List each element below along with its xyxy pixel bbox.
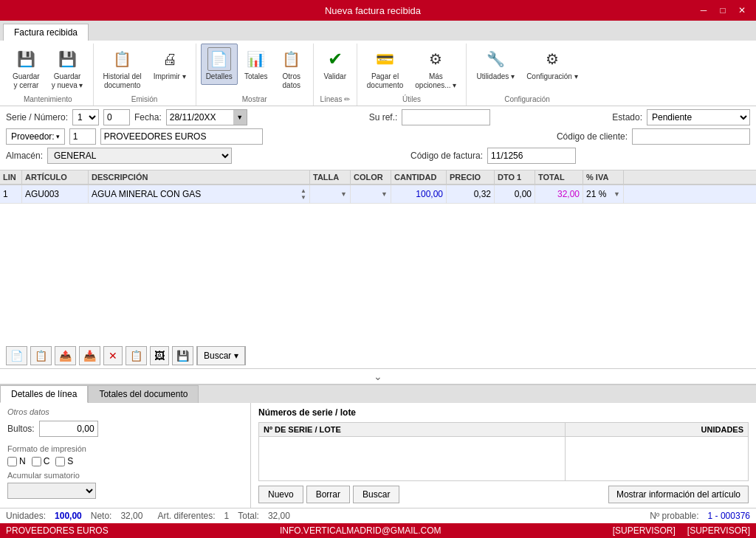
check-c-label: C: [32, 456, 50, 466]
cut-button[interactable]: 📥: [79, 346, 100, 365]
tab-detalles-linea[interactable]: Detalles de línea: [0, 385, 88, 403]
cell-lin: 1: [0, 185, 22, 203]
cell-talla: ▼: [310, 185, 351, 203]
pagar-icon: 💳: [374, 47, 397, 71]
config-icon: ⚙: [540, 47, 564, 71]
lineas-buttons: ✔ Validar: [318, 44, 352, 94]
iva-dropdown[interactable]: ▼: [614, 190, 620, 198]
fecha-input[interactable]: [167, 110, 233, 125]
acumular-select[interactable]: [7, 483, 96, 499]
form-row-1: Serie / Número: 1 Fecha: ▼ Su ref.: Esta…: [6, 109, 750, 125]
table-row[interactable]: 1 AGU003 AGUA MINERAL CON GAS ▲ ▼ ▼ ▼ 10…: [0, 185, 756, 204]
imprimir-label: Imprimir ▾: [154, 72, 186, 81]
codigo-cliente-input[interactable]: [632, 128, 750, 145]
minimize-button[interactable]: ─: [695, 4, 712, 17]
tab-factura-recibida[interactable]: Factura recibida: [3, 24, 89, 41]
paste-button[interactable]: 📤: [55, 346, 76, 365]
fecha-label: Fecha:: [134, 112, 162, 123]
almacen-select[interactable]: GENERAL: [47, 148, 232, 164]
buscar-series-button[interactable]: Buscar: [353, 486, 399, 503]
proveedor-dropdown-arrow: ▾: [56, 133, 60, 140]
estado-select[interactable]: Pendiente: [647, 109, 750, 125]
neto-label: Neto:: [91, 511, 112, 521]
copy-button[interactable]: 📋: [30, 346, 52, 365]
ribbon-group-emision: 📋 Historial deldocumento 🖨 Imprimir ▾ Em…: [94, 44, 196, 106]
numero-input[interactable]: [103, 109, 130, 125]
scroll-hint[interactable]: ⌄: [0, 369, 756, 384]
grid-inner: LIN ARTÍCULO DESCRIPCIÓN TALLA COLOR CAN…: [0, 170, 756, 343]
estado-label: Estado:: [612, 112, 642, 123]
proveedor-button-label: Proveedor:: [11, 131, 55, 142]
proveedor-id-input[interactable]: [69, 128, 96, 145]
mas-opciones-button[interactable]: ⚙ Másopciones... ▾: [410, 44, 461, 94]
configuracion-button[interactable]: ⚙ Configuración ▾: [521, 44, 583, 85]
mostrar-info-button[interactable]: Mostrar información del artículo: [608, 486, 749, 503]
check-n[interactable]: [7, 457, 17, 466]
su-ref-label: Su ref.:: [369, 112, 398, 123]
fecha-calendar-button[interactable]: ▼: [233, 110, 247, 125]
buscar-button[interactable]: Buscar ▾: [197, 346, 245, 365]
su-ref-input[interactable]: [402, 109, 490, 125]
buscar-label: Buscar: [204, 351, 231, 361]
form-area: Serie / Número: 1 Fecha: ▼ Su ref.: Esta…: [0, 106, 756, 170]
otros-datos-title: Otros datos: [7, 407, 243, 416]
talla-dropdown[interactable]: ▼: [340, 190, 347, 198]
close-button[interactable]: ✕: [734, 4, 750, 17]
series-actions-row: Nuevo Borrar Buscar Mostrar información …: [258, 486, 749, 503]
color-dropdown[interactable]: ▼: [381, 190, 388, 198]
detalles-button[interactable]: 📄 Detalles: [201, 44, 238, 85]
form-row-3: Almacén: GENERAL Código de factura:: [6, 148, 750, 164]
imprimir-button[interactable]: 🖨 Imprimir ▾: [148, 44, 191, 85]
check-s[interactable]: [55, 457, 65, 466]
desc-scroll-up[interactable]: ▲: [300, 187, 306, 194]
series-col-header: Nº DE SERIE / LOTE: [259, 423, 566, 437]
proveedor-nombre-input[interactable]: [100, 128, 263, 145]
otros-datos-button[interactable]: 📋 Otrosdatos: [275, 44, 309, 94]
bultos-input[interactable]: [39, 421, 98, 437]
col-lin: LIN: [0, 170, 22, 184]
print-icon: 🖨: [158, 47, 182, 71]
ribbon: 💾 Guardary cerrar 💾 Guardary nueva ▾ Man…: [0, 41, 756, 106]
save-close-icon: 💾: [14, 47, 38, 71]
save-new-icon: 💾: [55, 47, 79, 71]
search-container: Buscar ▾: [196, 346, 246, 365]
image-button[interactable]: 🖼: [150, 346, 169, 365]
tab-totales-documento[interactable]: Totales del documento: [88, 385, 199, 403]
cell-descripcion: AGUA MINERAL CON GAS ▲ ▼: [89, 185, 310, 203]
mas-opciones-label: Másopciones... ▾: [415, 72, 456, 90]
check-n-text: N: [19, 456, 26, 466]
doc-button[interactable]: 📋: [126, 346, 147, 365]
delete-button[interactable]: ✕: [103, 346, 123, 365]
validar-button[interactable]: ✔ Validar: [318, 44, 352, 85]
codigo-factura-input[interactable]: [487, 148, 576, 164]
bultos-label: Bultos:: [7, 424, 35, 434]
configuracion-buttons: 🔧 Utilidades ▾ ⚙ Configuración ▾: [471, 44, 583, 94]
check-c[interactable]: [32, 457, 41, 466]
n-probable-label: Nº probable:: [650, 511, 698, 521]
buscar-dropdown-arrow: ▾: [234, 351, 238, 361]
new-line-button[interactable]: 📄: [6, 346, 27, 365]
maximize-button[interactable]: □: [715, 4, 731, 17]
save-line-button[interactable]: 💾: [172, 346, 193, 365]
status-bar: Unidades: 100,00 Neto: 32,00 Art. difere…: [0, 508, 756, 523]
series-empty-cell: [259, 437, 566, 481]
historial-button[interactable]: 📋 Historial deldocumento: [98, 44, 147, 94]
otros-datos-icon: 📋: [280, 47, 303, 71]
totales-button[interactable]: 📊 Totales: [239, 44, 273, 85]
guardar-cerrar-button[interactable]: 💾 Guardary cerrar: [7, 44, 45, 94]
proveedor-button[interactable]: Proveedor: ▾: [6, 128, 65, 145]
bottom-right-panel: Números de serie / lote Nº DE SERIE / LO…: [251, 403, 756, 508]
col-total: TOTAL: [535, 170, 583, 184]
art-dif-value: 1: [224, 511, 230, 521]
nuevo-button[interactable]: Nuevo: [258, 486, 303, 503]
utilidades-button[interactable]: 🔧 Utilidades ▾: [471, 44, 520, 85]
series-actions: Nuevo Borrar Buscar: [258, 486, 399, 503]
pagar-button[interactable]: 💳 Pagar eldocumento: [362, 44, 408, 94]
serie-select[interactable]: 1: [72, 109, 99, 125]
borrar-button[interactable]: Borrar: [306, 486, 350, 503]
title-bar: Nueva factura recibida ─ □ ✕: [0, 0, 756, 21]
guardar-nueva-button[interactable]: 💾 Guardary nueva ▾: [47, 44, 89, 94]
ribbon-group-configuracion: 🔧 Utilidades ▾ ⚙ Configuración ▾ Configu…: [467, 44, 587, 106]
col-color: COLOR: [351, 170, 391, 184]
desc-scroll-down[interactable]: ▼: [300, 194, 306, 201]
